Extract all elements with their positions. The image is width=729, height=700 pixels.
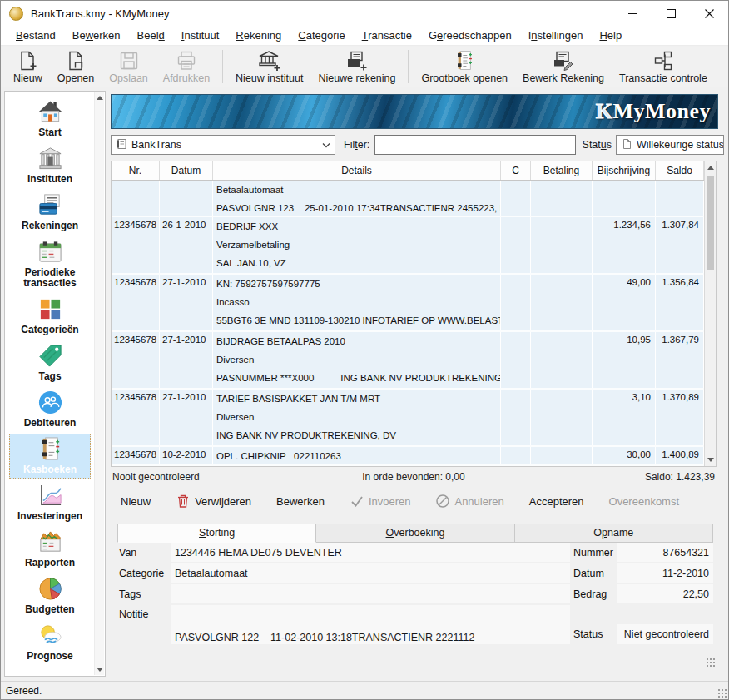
sidebar-item-label: Instituten — [27, 174, 72, 185]
toolbar-button-nieuwe-rekening[interactable]: Nieuwe rekening — [310, 47, 403, 86]
transaction-row[interactable]: BetaalautomaatPASVOLGNR 123 25-01-2010 1… — [112, 181, 704, 217]
sidebar-item-tags[interactable]: Tags — [9, 340, 91, 385]
transaction-row[interactable]: 1234567827-1-2010BIJDRAGE BETAALPAS 2010… — [112, 332, 704, 390]
title-bar: BankTrans.kmy - KMyMoney — [1, 1, 728, 26]
ledger-small-icon — [116, 138, 127, 152]
home-icon — [37, 99, 63, 125]
table-scrollbar[interactable] — [704, 161, 716, 466]
toolbar-button-openen[interactable]: Openen — [50, 47, 102, 86]
cancel-icon — [435, 494, 450, 509]
detail-line: SAL.JAN.10, VZ — [216, 254, 500, 272]
statusbar-resize-grip[interactable] — [717, 688, 727, 698]
sidebar-scrollbar[interactable] — [94, 92, 104, 675]
action-button-accepteren[interactable]: Accepteren — [529, 495, 584, 508]
transaction-row[interactable]: 1234567827-1-2010KN: 7592757597597775Inc… — [112, 275, 704, 332]
tags-field[interactable] — [171, 584, 570, 603]
memo-field[interactable]: PASVOLGNR 122 11-02-2010 13:18TRANSACTIE… — [171, 605, 570, 644]
menu-item-instituut[interactable]: Instituut — [173, 27, 228, 44]
toolbar-button-transactie-controle[interactable]: Transactie controle — [612, 47, 715, 86]
cell-nr: 12345678 — [112, 217, 160, 273]
number-label: Nummer — [572, 543, 615, 562]
toolbar-button-nieuw[interactable]: Nieuw — [6, 47, 50, 86]
date-label: Datum — [572, 563, 615, 583]
detail-line: TARIEF BASISPAKKET JAN T/M MRT — [216, 390, 500, 408]
menu-item-transactie[interactable]: Transactie — [354, 27, 420, 44]
menu-item-rekening[interactable]: Rekening — [227, 27, 290, 44]
sidebar-item-categorie-n[interactable]: Categorieën — [9, 294, 91, 339]
resize-grip[interactable] — [705, 657, 715, 667]
check-icon — [350, 494, 364, 509]
action-button-annuleren[interactable]: Annuleren — [435, 494, 503, 509]
toolbar-button-label: Nieuw — [13, 72, 42, 84]
sidebar-scroll-up-icon[interactable] — [97, 96, 103, 100]
sidebar-scroll-down-icon[interactable] — [97, 668, 103, 672]
maximize-button[interactable] — [652, 1, 690, 26]
kmymoney-logo: KMyMoney — [596, 99, 711, 124]
cell-bijschrijving: 30,00 — [593, 447, 656, 464]
tab-overboeking[interactable]: Overboeking — [316, 524, 514, 543]
detail-line: Betaalautomaat — [216, 181, 500, 199]
action-button-nieuw[interactable]: Nieuw — [121, 495, 151, 508]
sidebar-item-kasboeken[interactable]: Kasboeken — [9, 434, 91, 479]
detail-line: BIJDRAGE BETAALPAS 2010 — [216, 332, 500, 350]
sidebar-item-investeringen[interactable]: Investeringen — [9, 480, 91, 525]
sidebar-item-rapporten[interactable]: Rapporten — [9, 527, 91, 572]
transaction-row[interactable]: 1234567810-2-2010OPL. CHIPKNIP 022110263… — [112, 447, 704, 466]
sidebar-item-start[interactable]: Start — [9, 97, 91, 141]
memo-label: Notitie — [117, 605, 169, 623]
detail-line: PASNUMMER ***X000 ING BANK NV PRODUKTREK… — [216, 369, 500, 387]
menu-item-bestand[interactable]: Bestand — [7, 27, 64, 44]
status-field[interactable]: Niet gecontroleerd — [617, 624, 713, 644]
scroll-down-icon[interactable] — [707, 458, 714, 462]
save-icon — [118, 50, 140, 72]
minimize-button[interactable] — [613, 1, 652, 26]
status-selector[interactable]: Willekeurige status — [616, 135, 724, 155]
cell-nr: 12345678 — [112, 447, 160, 464]
close-button[interactable] — [690, 1, 728, 26]
toolbar-button-grootboek-openen[interactable]: Grootboek openen — [414, 47, 515, 86]
tab-opname[interactable]: Opname — [515, 524, 713, 543]
menu-item-instellingen[interactable]: Instellingen — [520, 27, 592, 44]
sidebar-item-prognose[interactable]: Prognose — [9, 620, 91, 665]
action-button-verwijderen[interactable]: Verwijderen — [176, 494, 251, 509]
action-button-invoeren[interactable]: Invoeren — [350, 494, 411, 509]
cell-saldo: 1.367,79 — [656, 332, 704, 388]
menu-item-bewerken[interactable]: Bewerken — [64, 27, 129, 44]
category-field[interactable]: Betaalautomaat — [171, 563, 570, 583]
action-button-overeenkomst[interactable]: Overeenkomst — [609, 495, 680, 508]
sidebar-item-label: Prognose — [27, 651, 72, 662]
amount-field[interactable]: 22,50 — [617, 584, 713, 603]
toolbar-button-label: Afdrukken — [163, 72, 210, 84]
scroll-up-icon[interactable] — [707, 166, 714, 170]
menu-item-categorie[interactable]: Categorie — [290, 27, 353, 44]
menu-bar: BestandBewerkenBeeldInstituutRekeningCat… — [1, 26, 728, 46]
toolbar-button-nieuw-instituut[interactable]: Nieuw instituut — [228, 47, 310, 86]
sidebar-item-instituten[interactable]: Instituten — [9, 143, 91, 188]
menu-item-help[interactable]: Help — [591, 27, 630, 44]
transaction-row[interactable]: 1234567826-1-2010BEDRIJF XXXVerzamelbeta… — [112, 217, 704, 275]
date-field[interactable]: 11-2-2010 — [617, 563, 713, 583]
toolbar-button-nieuwe-betalingsopdracht[interactable]: Nieuwe betalingsopdracht — [723, 47, 729, 86]
forecast-icon — [37, 623, 63, 648]
sidebar-item-debiteuren[interactable]: Debiteuren — [9, 387, 91, 432]
from-field[interactable]: 1234446 HEMA DE075 DEVENTER — [171, 543, 570, 562]
toolbar-button-opslaan[interactable]: Opslaan — [102, 47, 156, 86]
cell-datum — [160, 181, 213, 216]
filter-input[interactable] — [374, 135, 575, 155]
action-button-bewerken[interactable]: Bewerken — [276, 495, 325, 508]
toolbar-button-afdrukken[interactable]: Afdrukken — [156, 47, 217, 86]
tag-icon — [37, 343, 63, 369]
sidebar-item-rekeningen[interactable]: Rekeningen — [9, 190, 91, 235]
cell-details: TARIEF BASISPAKKET JAN T/M MRTDiversenIN… — [213, 390, 501, 445]
menu-item-beeld[interactable]: Beeld — [129, 27, 173, 44]
transaction-row[interactable]: 1234567827-1-2010TARIEF BASISPAKKET JAN … — [112, 390, 704, 447]
account-selector[interactable]: BankTrans — [111, 135, 335, 155]
menu-item-gereedschappen[interactable]: Gereedschappen — [420, 27, 520, 44]
scrollbar-thumb[interactable] — [707, 176, 714, 270]
tab-storting[interactable]: Storting — [117, 524, 316, 543]
cell-c — [501, 332, 531, 388]
sidebar-item-periodieke-transacties[interactable]: Periodieke transacties — [9, 236, 91, 292]
sidebar-item-budgetten[interactable]: Budgetten — [9, 573, 91, 618]
toolbar-button-bewerk-rekening[interactable]: Bewerk Rekening — [515, 47, 612, 86]
number-field[interactable]: 87654321 — [617, 543, 713, 562]
